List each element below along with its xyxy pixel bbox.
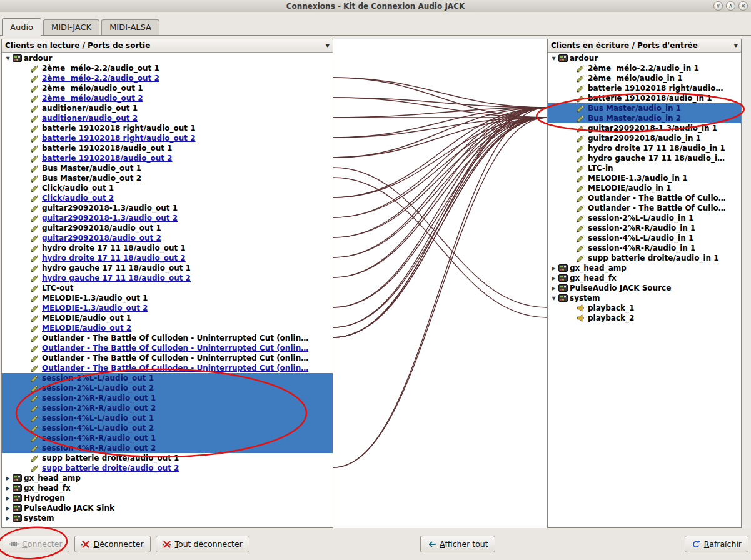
maximize-button[interactable]: ∧ — [726, 1, 735, 11]
tree-port-row[interactable]: 2ème mélo/audio_out 1 — [2, 83, 333, 93]
tree-port-row[interactable]: Outlander - The Battle Of Culloden - Uni… — [2, 363, 333, 373]
tree-port-row[interactable]: Bus Master/audio_out 1 — [2, 163, 333, 173]
tree-port-row[interactable]: MELODIE-1.3/audio_in 1 — [548, 173, 741, 183]
tree-port-row[interactable]: batterie 19102018 right/audio… — [548, 83, 741, 93]
chevron-down-icon[interactable]: ▼ — [734, 39, 738, 52]
input-ports-header[interactable]: Clients en écriture / Ports d'entrée ▼ — [548, 39, 741, 52]
chevron-right-icon[interactable]: ▶ — [4, 506, 12, 511]
tree-port-row[interactable]: guitar29092018/audio_out 2 — [2, 233, 333, 243]
tree-port-row[interactable]: batterie 19102018/audio_in 1 — [548, 93, 741, 103]
tree-port-row[interactable]: Click/audio_out 2 — [2, 193, 333, 203]
tree-port-row[interactable]: session-2%R-R/audio_out 2 — [2, 403, 333, 413]
chevron-right-icon[interactable]: ▶ — [4, 516, 12, 521]
tree-client-row[interactable]: ▼system — [548, 293, 741, 303]
tree-port-row[interactable]: guitar29092018/audio_out 1 — [2, 223, 333, 233]
tree-port-row[interactable]: session-4%L-L/audio_in 1 — [548, 233, 741, 243]
tab-audio[interactable]: Audio — [2, 18, 41, 36]
chevron-right-icon[interactable]: ▶ — [4, 496, 12, 501]
tree-port-row[interactable]: guitar29092018-1.3/audio_out 1 — [2, 203, 333, 213]
tree-port-row[interactable]: 2ème mélo/audio_out 2 — [2, 93, 333, 103]
tree-port-row[interactable]: 2ème mélo-2.2/audio_in 1 — [548, 63, 741, 73]
tree-port-row[interactable]: batterie 19102018/audio_out 2 — [2, 153, 333, 163]
chevron-right-icon[interactable]: ▶ — [550, 286, 558, 291]
tree-port-row[interactable]: session-4%R-R/audio_out 2 — [2, 443, 333, 453]
chevron-right-icon[interactable]: ▶ — [4, 486, 12, 491]
tree-client-row[interactable]: ▶gx_head_amp — [2, 473, 333, 483]
tree-port-row[interactable]: session-2%R-R/audio_out 1 — [2, 393, 333, 403]
tree-port-row[interactable]: batterie 19102018/audio_out 1 — [2, 143, 333, 153]
tree-port-row[interactable]: Outlander - The Battle Of Cullo… — [548, 193, 741, 203]
chevron-right-icon[interactable]: ▶ — [550, 276, 558, 281]
tree-port-row[interactable]: batterie 19102018 right/audio_out 1 — [2, 123, 333, 133]
tree-port-row[interactable]: guitar29092018-1.3/audio_out 2 — [2, 213, 333, 223]
tree-client-row[interactable]: ▶Hydrogen — [2, 493, 333, 503]
tree-port-row[interactable]: MELODIE/audio_in 1 — [548, 183, 741, 193]
window-titlebar[interactable]: Connexions - Kit de Connexion Audio JACK… — [0, 0, 751, 12]
chevron-right-icon[interactable]: ▶ — [550, 266, 558, 271]
tree-client-row[interactable]: ▶system — [2, 513, 333, 523]
tree-port-row[interactable]: Outlander - The Battle Of Culloden - Uni… — [2, 353, 333, 363]
tree-port-row[interactable]: session-2%L-L/audio_out 1 — [2, 373, 333, 383]
tree-port-row[interactable]: Bus Master/audio_out 2 — [2, 173, 333, 183]
tree-port-row[interactable]: 2ème mélo-2.2/audio_out 1 — [2, 63, 333, 73]
tree-port-row[interactable]: supp batterie droite/audio_in 1 — [548, 253, 741, 263]
tree-port-row[interactable]: hydro droite 17 11 18/audio_in 1 — [548, 143, 741, 153]
tree-port-row[interactable]: session-2%R-R/audio_in 1 — [548, 223, 741, 233]
tree-port-row[interactable]: supp batterie droite/audio_out 2 — [2, 463, 333, 473]
tree-port-row[interactable]: LTC-out — [2, 283, 333, 293]
tree-client-row[interactable]: ▶gx_head_fx — [2, 483, 333, 493]
tree-client-row[interactable]: ▶gx_head_amp — [548, 263, 741, 273]
tree-port-row[interactable]: guitar29092018-1.3/audio_in 1 — [548, 123, 741, 133]
tree-client-row[interactable]: ▼ardour — [548, 53, 741, 63]
disconnect-all-button[interactable]: Tout déconnecter — [156, 536, 249, 552]
tree-port-row[interactable]: hydro gauche 17 11 18/audio_i… — [548, 153, 741, 163]
tree-port-row[interactable]: auditioner/audio_out 1 — [2, 103, 333, 113]
tree-port-row[interactable]: session-4%L-L/audio_out 1 — [2, 413, 333, 423]
tree-port-row[interactable]: Bus Master/audio_in 1 — [548, 103, 741, 113]
tree-port-row[interactable]: hydro gauche 17 11 18/audio_out 1 — [2, 263, 333, 273]
tree-port-row[interactable]: Outlander - The Battle Of Cullo… — [548, 203, 741, 213]
tree-port-row[interactable]: LTC-in — [548, 163, 741, 173]
tree-port-row[interactable]: session-2%L-L/audio_in 1 — [548, 213, 741, 223]
chevron-down-icon[interactable]: ▼ — [550, 296, 558, 301]
output-ports-header[interactable]: Clients en lecture / Ports de sortie ▼ — [2, 39, 333, 52]
tree-port-row[interactable]: Outlander - The Battle Of Culloden - Uni… — [2, 333, 333, 343]
tree-port-row[interactable]: hydro droite 17 11 18/audio_out 1 — [2, 243, 333, 253]
tree-port-row[interactable]: hydro droite 17 11 18/audio_out 2 — [2, 253, 333, 263]
tree-port-row[interactable]: playback_1 — [548, 303, 741, 313]
tree-port-row[interactable]: MELODIE/audio_out 1 — [2, 313, 333, 323]
disconnect-button[interactable]: Déconnecter — [74, 536, 151, 552]
tab-midi-jack[interactable]: MIDI-JACK — [43, 19, 99, 35]
refresh-button[interactable]: Rafraîchir — [685, 536, 748, 552]
tree-port-row[interactable]: MELODIE-1.3/audio_out 2 — [2, 303, 333, 313]
connect-button[interactable]: Connecter — [3, 536, 69, 552]
tree-port-row[interactable]: session-4%L-L/audio_out 2 — [2, 423, 333, 433]
tree-port-row[interactable]: session-2%L-L/audio_out 2 — [2, 383, 333, 393]
chevron-down-icon[interactable]: ▼ — [4, 56, 12, 61]
show-all-button[interactable]: Afficher tout — [420, 536, 495, 552]
tree-client-row[interactable]: ▶PulseAudio JACK Sink — [2, 503, 333, 513]
shade-button[interactable]: ∨ — [713, 1, 723, 11]
tree-port-row[interactable]: Outlander - The Battle Of Culloden - Uni… — [2, 343, 333, 353]
chevron-right-icon[interactable]: ▶ — [4, 476, 12, 481]
tree-client-row[interactable]: ▼ardour — [2, 53, 333, 63]
tree-port-row[interactable]: session-4%R-R/audio_in 1 — [548, 243, 741, 253]
tree-port-row[interactable]: Bus Master/audio_in 2 — [548, 113, 741, 123]
tree-port-row[interactable]: MELODIE-1.3/audio_out 1 — [2, 293, 333, 303]
close-button[interactable]: × — [738, 1, 748, 11]
tree-port-row[interactable]: MELODIE/audio_out 2 — [2, 323, 333, 333]
tree-port-row[interactable]: guitar29092018/audio_in 1 — [548, 133, 741, 143]
tree-port-row[interactable]: supp batterie droite/audio_out 1 — [2, 453, 333, 463]
tree-port-row[interactable]: Click/audio_out 1 — [2, 183, 333, 193]
tree-port-row[interactable]: session-4%R-R/audio_out 1 — [2, 433, 333, 443]
tree-port-row[interactable]: 2ème mélo/audio_in 1 — [548, 73, 741, 83]
tree-port-row[interactable]: batterie 19102018 right/audio_out 2 — [2, 133, 333, 143]
tab-midi-alsa[interactable]: MIDI-ALSA — [101, 19, 159, 35]
chevron-down-icon[interactable]: ▼ — [326, 39, 330, 52]
tree-port-row[interactable]: hydro gauche 17 11 18/audio_out 2 — [2, 273, 333, 283]
chevron-down-icon[interactable]: ▼ — [550, 56, 558, 61]
tree-client-row[interactable]: ▶PulseAudio JACK Source — [548, 283, 741, 293]
tree-port-row[interactable]: 2ème mélo-2.2/audio_out 2 — [2, 73, 333, 83]
tree-port-row[interactable]: auditioner/audio_out 2 — [2, 113, 333, 123]
tree-port-row[interactable]: playback_2 — [548, 313, 741, 323]
